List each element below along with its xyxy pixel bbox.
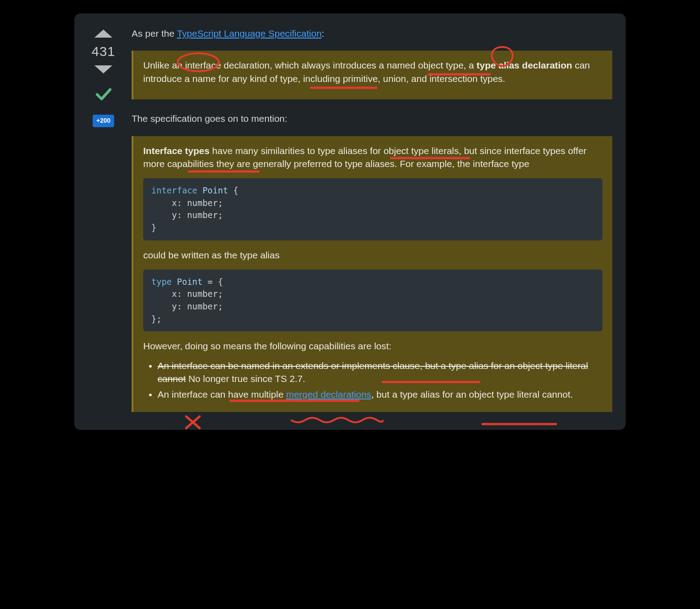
followup-line: The specification goes on to mention: xyxy=(132,112,612,125)
text: interface xyxy=(185,60,221,70)
code-block-2: type Point = { x: number; y: number; }; xyxy=(143,270,602,331)
list-item: An interface can be named in an extends … xyxy=(158,359,602,386)
spec-link[interactable]: TypeScript Language Specification xyxy=(177,28,321,39)
text: No longer true since TS 2.7. xyxy=(186,373,305,384)
intro-prefix: As per the xyxy=(132,28,177,39)
upvote-icon[interactable] xyxy=(94,30,112,38)
code-block-1: interface Point { x: number; y: number; … xyxy=(143,178,602,240)
text: An interface can have multiple xyxy=(158,389,286,399)
intro-line: As per the TypeScript Language Specifica… xyxy=(132,27,612,40)
accepted-check-icon xyxy=(95,86,111,102)
capabilities-list: An interface can be named in an extends … xyxy=(143,359,602,401)
text: However, doing so means the following ca… xyxy=(143,339,602,352)
quote-block-2: Interface types have many similarities t… xyxy=(132,136,612,412)
vote-score: 431 xyxy=(91,42,115,61)
text: , but a type alias for an object type li… xyxy=(371,389,573,399)
answer-content: As per the TypeScript Language Specifica… xyxy=(132,27,612,412)
text: Unlike an xyxy=(143,60,185,70)
downvote-icon[interactable] xyxy=(94,65,112,73)
merged-declarations-link[interactable]: merged declarations xyxy=(286,389,371,399)
bold-text: Interface types xyxy=(143,146,209,156)
text: declaration, which always introduces a n… xyxy=(221,60,477,70)
text: could be written as the type alias xyxy=(143,249,602,262)
intro-suffix: : xyxy=(322,28,324,39)
vote-column: 431 +200 xyxy=(88,27,119,412)
bold-text: type alias declaration xyxy=(477,60,572,70)
text: have many similarities to type aliases f… xyxy=(143,146,587,169)
bounty-badge: +200 xyxy=(93,115,114,127)
quote-block-1: Unlike an interface declaration, which a… xyxy=(132,51,612,99)
list-item: An interface can have multiple merged de… xyxy=(158,388,602,401)
